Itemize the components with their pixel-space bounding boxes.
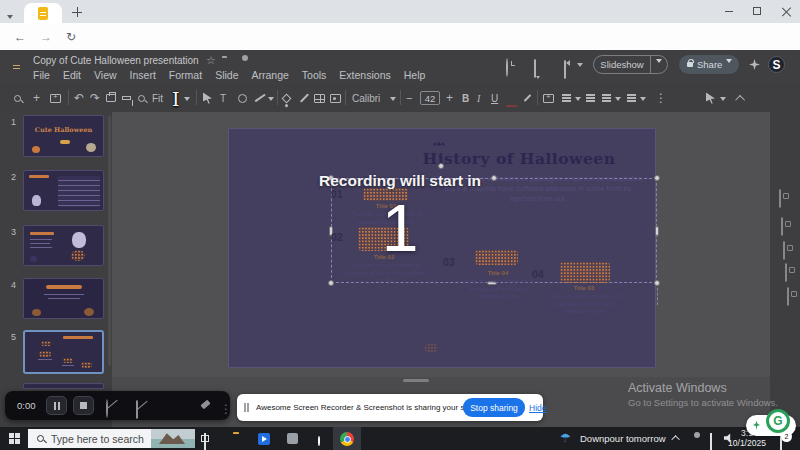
slideshow-button[interactable]: Slideshow	[593, 55, 668, 74]
network-icon[interactable]	[710, 433, 712, 450]
menu-file[interactable]: File	[33, 69, 50, 81]
menu-insert[interactable]: Insert	[130, 69, 156, 81]
share-button[interactable]: Share	[679, 55, 739, 74]
menu-view[interactable]: View	[94, 69, 117, 81]
back-icon[interactable]	[14, 29, 26, 44]
gemini-sparkle-icon[interactable]	[749, 59, 760, 70]
laser-pointer-icon[interactable]	[706, 93, 715, 104]
search-menus-icon[interactable]	[14, 95, 21, 102]
timeline-label-3[interactable]: Title 04	[467, 270, 529, 276]
weather-text[interactable]: Downpour tomorrow	[580, 433, 666, 444]
menu-help[interactable]: Help	[404, 69, 426, 81]
selection-handle-bl[interactable]	[328, 280, 334, 286]
border-color-icon[interactable]	[300, 93, 309, 102]
numbered-list-icon[interactable]	[627, 94, 636, 95]
menu-edit[interactable]: Edit	[63, 69, 81, 81]
timeline-label-4[interactable]: Title 03	[551, 285, 617, 291]
menu-arrange[interactable]: Arrange	[251, 69, 288, 81]
redo-icon[interactable]	[90, 90, 100, 106]
align-dropdown-icon[interactable]	[575, 97, 581, 104]
line-tool-icon[interactable]	[255, 94, 266, 102]
meet-dropdown-icon[interactable]	[577, 63, 583, 70]
undo-icon[interactable]	[74, 90, 84, 106]
bullet-dropdown-icon[interactable]	[615, 97, 621, 104]
start-button[interactable]	[9, 433, 20, 444]
stop-button[interactable]	[73, 396, 94, 415]
weather-icon[interactable]	[560, 431, 571, 445]
timeline-body-3[interactable]: There are many variations of passages of…	[461, 278, 535, 301]
shape-tool-icon[interactable]	[238, 94, 247, 103]
slideshow-dropdown-icon[interactable]	[651, 61, 667, 68]
document-title[interactable]: Copy of Cute Halloween presentation	[33, 55, 199, 66]
recorder-more-icon[interactable]	[220, 399, 232, 417]
font-dropdown-icon[interactable]	[390, 97, 396, 104]
speaker-notes-handle[interactable]	[403, 379, 429, 382]
align-icon[interactable]	[562, 94, 571, 95]
pause-button[interactable]	[46, 396, 67, 415]
bullet-list-icon[interactable]	[602, 94, 611, 95]
app-icon-gray[interactable]	[287, 433, 298, 444]
bold-icon[interactable]	[462, 90, 469, 106]
numbered-dropdown-icon[interactable]	[640, 97, 646, 104]
font-family-select[interactable]: Calibri	[352, 90, 380, 106]
new-slide-layout-icon[interactable]	[50, 94, 61, 103]
zoom-dropdown-icon[interactable]	[184, 97, 190, 104]
zoom-icon[interactable]	[138, 95, 145, 102]
print-icon[interactable]	[106, 94, 116, 102]
timeline-body-4[interactable]: There are many variations of passages of…	[547, 293, 623, 316]
slide-thumbnail-4[interactable]	[23, 278, 104, 319]
fill-color-icon[interactable]	[282, 93, 292, 103]
paint-format-icon[interactable]	[122, 96, 131, 100]
underline-icon[interactable]	[491, 90, 498, 106]
menu-slide[interactable]: Slide	[215, 69, 238, 81]
recorder-widget-logo[interactable]	[766, 409, 790, 433]
selection-handle-br[interactable]	[654, 280, 660, 286]
taskbar-search-box[interactable]: Type here to search	[28, 429, 195, 448]
meet-camera-icon[interactable]	[564, 60, 566, 79]
task-view-icon[interactable]	[204, 433, 206, 450]
line-dropdown-icon[interactable]	[268, 97, 274, 104]
movies-tv-icon[interactable]	[258, 433, 270, 445]
side-panel-addons-icon[interactable]	[787, 287, 789, 306]
insert-comment-icon[interactable]	[543, 94, 554, 103]
stop-sharing-button[interactable]: Stop sharing	[463, 398, 525, 417]
menu-format[interactable]: Format	[169, 69, 202, 81]
eraser-tool-icon[interactable]	[200, 400, 210, 410]
account-avatar[interactable]	[768, 56, 785, 73]
window-maximize-button[interactable]	[753, 7, 761, 15]
comments-icon[interactable]	[534, 59, 536, 78]
select-tool-icon[interactable]	[203, 93, 212, 104]
version-history-icon[interactable]	[506, 58, 508, 77]
font-size-field[interactable]: 42	[420, 91, 440, 105]
increase-font-icon[interactable]	[446, 90, 453, 106]
forward-icon[interactable]	[40, 29, 52, 44]
insert-image-icon[interactable]	[330, 94, 341, 103]
pointer-dropdown-icon[interactable]	[720, 97, 726, 104]
tab-search-icon[interactable]	[7, 6, 13, 24]
highlight-color-icon[interactable]	[524, 94, 532, 102]
table-icon[interactable]	[314, 94, 325, 103]
line-spacing-icon[interactable]	[586, 94, 595, 95]
text-box-icon[interactable]	[220, 90, 226, 106]
new-slide-icon[interactable]	[33, 90, 40, 106]
share-dropdown-icon[interactable]	[726, 59, 732, 66]
slide-thumbnail-6-partial[interactable]	[23, 383, 104, 389]
webcam-off-icon[interactable]	[106, 399, 108, 418]
window-minimize-button[interactable]	[725, 11, 733, 12]
reload-icon[interactable]	[66, 29, 76, 44]
hide-banner-link[interactable]: Hide	[529, 403, 546, 413]
slide-thumbnail-1[interactable]: Cute Halloween	[23, 115, 104, 157]
zoom-select[interactable]: Fit	[152, 90, 163, 106]
menu-tools[interactable]: Tools	[302, 69, 327, 81]
decrease-font-icon[interactable]	[406, 90, 412, 106]
selection-rotate-handle[interactable]	[438, 163, 444, 169]
star-document-icon[interactable]	[206, 54, 216, 67]
toolbar-more-icon[interactable]	[655, 90, 667, 106]
menu-extensions[interactable]: Extensions	[339, 69, 390, 81]
italic-icon[interactable]	[477, 90, 480, 106]
slide-thumbnail-5-selected[interactable]	[23, 330, 104, 374]
banner-drag-handle[interactable]	[244, 403, 246, 412]
tray-expand-icon[interactable]	[671, 435, 679, 443]
timeline-number-4[interactable]: 04	[532, 268, 544, 280]
microphone-off-icon[interactable]	[136, 400, 138, 419]
